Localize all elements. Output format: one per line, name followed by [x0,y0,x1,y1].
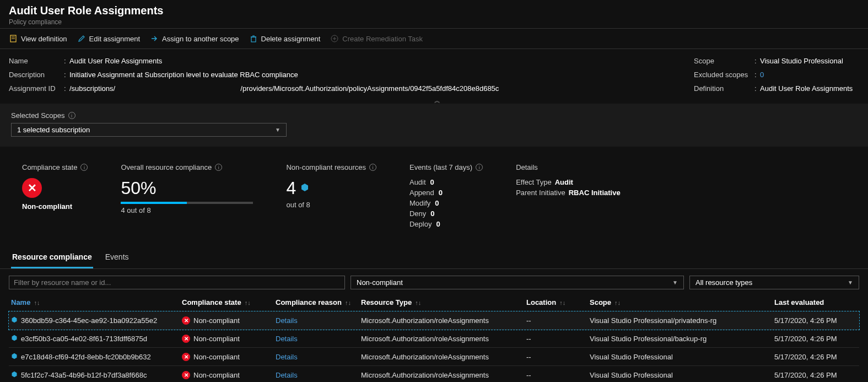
arrow-right-icon [150,34,159,43]
page-subtitle: Policy compliance [9,18,859,26]
table-row[interactable]: 360bdb59-c364-45ec-ae92-1ba0922a55e2✕Non… [9,311,859,330]
col-scope[interactable]: Scope↑↓ [590,298,774,306]
info-icon[interactable]: i [80,164,88,171]
plus-circle-icon [330,34,339,43]
sort-icon: ↑↓ [415,299,421,306]
noncompliant-icon: ✕ [182,353,190,361]
assignment-id-label: Assignment ID [9,84,64,93]
overall-compliance-block: Overall resource compliance i 50% 4 out … [121,163,253,230]
scope-label: Scope [694,57,754,65]
progress-bar [121,202,253,204]
details-block: Details Effect TypeAudit Parent Initiati… [516,163,621,230]
sort-icon: ↑↓ [614,299,621,306]
progress-fill [121,202,187,204]
sort-icon: ↑↓ [559,299,565,306]
noncompliant-resources-block: Non-compliant resources i 4 out of 8 [286,163,376,230]
noncompliant-icon: ✕ [182,335,190,343]
noncompliant-icon: ✕ [22,178,42,198]
compliance-state-value: Non-compliant [22,202,88,211]
last-evaluated-cell: 5/17/2020, 4:26 PM [774,316,857,325]
details-link[interactable]: Details [276,371,298,379]
compliance-table: Name↑↓ Compliance state↑↓ Compliance rea… [0,294,868,382]
sort-icon: ↑↓ [34,299,40,306]
page-title: Audit User Role Assignments [9,4,859,17]
svg-marker-12 [12,353,17,359]
info-icon[interactable]: i [215,164,222,171]
svg-marker-9 [301,184,308,191]
col-name[interactable]: Name↑↓ [11,298,182,306]
view-definition-button[interactable]: View definition [9,34,67,43]
stats-section: Compliance state i ✕ Non-compliant Overa… [0,147,868,247]
info-icon[interactable]: i [68,112,76,119]
overall-percent: 50% [121,178,253,198]
toolbar: View definition Edit assignment Assign t… [0,29,868,49]
noncompliant-sub: out of 8 [286,201,376,209]
events-block: Events (last 7 days) i Audit0 Append0 Mo… [409,163,483,230]
name-value: Audit User Role Assignments [69,57,162,65]
resource-type-filter-select[interactable]: All resource types ▼ [689,276,859,289]
location-cell: -- [526,371,590,379]
compliance-state-cell: ✕Non-compliant [182,316,276,325]
assignment-id-value: /subscriptions/ /providers/Microsoft.Aut… [69,84,499,93]
selected-scopes-section: Selected Scopes i 1 selected subscriptio… [0,104,868,147]
details-link[interactable]: Details [276,316,298,325]
scope-cell: Visual Studio Professional [590,353,774,361]
resource-type-cell: Microsoft.Authorization/roleAssignments [361,371,526,379]
col-type[interactable]: Resource Type↑↓ [361,298,526,306]
definition-label: Definition [694,84,754,93]
resource-icon [11,334,18,343]
col-state[interactable]: Compliance state↑↓ [182,298,276,306]
tab-events[interactable]: Events [104,247,130,268]
definition-value: Audit User Role Assignments [760,84,853,93]
table-row[interactable]: e3cf50b3-ca05-4e02-8f61-713fdff6875d✕Non… [9,330,859,348]
delete-assignment-button[interactable]: Delete assignment [249,34,321,43]
filter-input[interactable] [9,276,345,289]
resource-icon [300,183,309,193]
compliance-state-block: Compliance state i ✕ Non-compliant [22,163,88,230]
description-value: Initiative Assignment at Subscription le… [69,71,298,79]
scope-cell: Visual Studio Professional [590,371,774,379]
last-evaluated-cell: 5/17/2020, 4:26 PM [774,371,857,379]
info-icon[interactable]: i [476,164,483,171]
overall-sub: 4 out of 8 [121,206,253,214]
tab-resource-compliance[interactable]: Resource compliance [11,247,93,268]
col-eval[interactable]: Last evaluated [774,298,857,306]
resource-name-link[interactable]: 5fc1f2c7-43a5-4b96-b12f-b7df3a8f668c [11,370,182,379]
location-cell: -- [526,353,590,361]
col-location[interactable]: Location↑↓ [526,298,590,306]
table-row[interactable]: 5fc1f2c7-43a5-4b96-b12f-b7df3a8f668c✕Non… [9,366,859,382]
chevron-down-icon: ▼ [275,127,281,133]
table-row[interactable]: e7c18d48-cf69-42fd-8ebb-fc20b0b9b632✕Non… [9,348,859,366]
compliance-state-cell: ✕Non-compliant [182,371,276,379]
description-label: Description [9,71,64,79]
assign-scope-button[interactable]: Assign to another scope [150,34,239,43]
details-link[interactable]: Details [276,335,298,343]
scope-cell: Visual Studio Professional/privatedns-rg [590,316,774,325]
excluded-scopes-value[interactable]: 0 [760,71,764,79]
chevron-down-icon: ▼ [672,279,678,286]
noncompliant-icon: ✕ [182,316,190,325]
pencil-icon [77,34,86,43]
excluded-scopes-label: Excluded scopes [694,71,754,79]
svg-marker-11 [12,335,17,341]
noncompliant-icon: ✕ [182,371,190,379]
location-cell: -- [526,335,590,343]
resource-name-link[interactable]: 360bdb59-c364-45ec-ae92-1ba0922a55e2 [11,316,182,325]
sort-icon: ↑↓ [345,299,351,306]
resource-name-link[interactable]: e7c18d48-cf69-42fd-8ebb-fc20b0b9b632 [11,352,182,361]
trash-icon [249,34,258,43]
info-icon[interactable]: i [369,164,376,171]
resource-type-cell: Microsoft.Authorization/roleAssignments [361,316,526,325]
collapse-chevron-icon[interactable]: ︽ [434,96,440,105]
resource-name-link[interactable]: e3cf50b3-ca05-4e02-8f61-713fdff6875d [11,334,182,343]
svg-marker-13 [12,372,17,378]
compliance-filter-select[interactable]: Non-compliant ▼ [351,276,684,289]
edit-assignment-button[interactable]: Edit assignment [77,34,141,43]
scope-select[interactable]: 1 selected subscription ▼ [11,123,287,137]
compliance-state-cell: ✕Non-compliant [182,353,276,361]
chevron-down-icon: ▼ [848,279,853,286]
col-reason[interactable]: Compliance reason↑↓ [276,298,361,306]
last-evaluated-cell: 5/17/2020, 4:26 PM [774,335,857,343]
resource-icon [11,352,18,361]
details-link[interactable]: Details [276,353,298,361]
